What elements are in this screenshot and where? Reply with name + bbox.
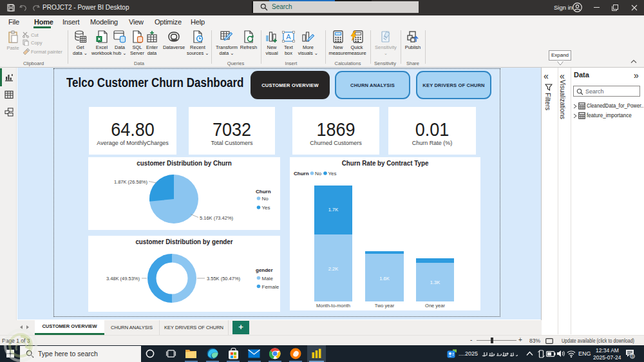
svg-text:1.7K: 1.7K: [328, 207, 338, 213]
svg-text:Male: Male: [262, 276, 274, 281]
svg-text:2.2K: 2.2K: [328, 266, 338, 272]
svg-text:No: No: [262, 196, 269, 202]
svg-text:Churn: Churn: [256, 189, 271, 195]
svg-text:Month-to-month: Month-to-month: [316, 303, 350, 309]
svg-text:3.55K (50.47%): 3.55K (50.47%): [207, 276, 241, 281]
svg-text:3.48K (49.53%): 3.48K (49.53%): [106, 276, 140, 281]
svg-text:1.6K: 1.6K: [379, 276, 389, 281]
svg-text:No: No: [315, 171, 322, 176]
svg-text:A: A: [286, 33, 291, 41]
svg-text:1.3K: 1.3K: [430, 280, 440, 285]
svg-text:Yes: Yes: [262, 205, 270, 211]
svg-text:Yes: Yes: [328, 171, 337, 176]
svg-text:6: 6: [631, 354, 634, 358]
svg-text:Churn: Churn: [294, 171, 309, 176]
svg-text:One year: One year: [425, 303, 445, 309]
svg-text:5.16K (73.42%): 5.16K (73.42%): [200, 215, 234, 221]
svg-text:Female: Female: [262, 284, 279, 290]
svg-text:gender: gender: [256, 267, 273, 273]
svg-text:1.87K (26.58%): 1.87K (26.58%): [114, 179, 148, 185]
svg-text:Two year: Two year: [375, 303, 395, 309]
